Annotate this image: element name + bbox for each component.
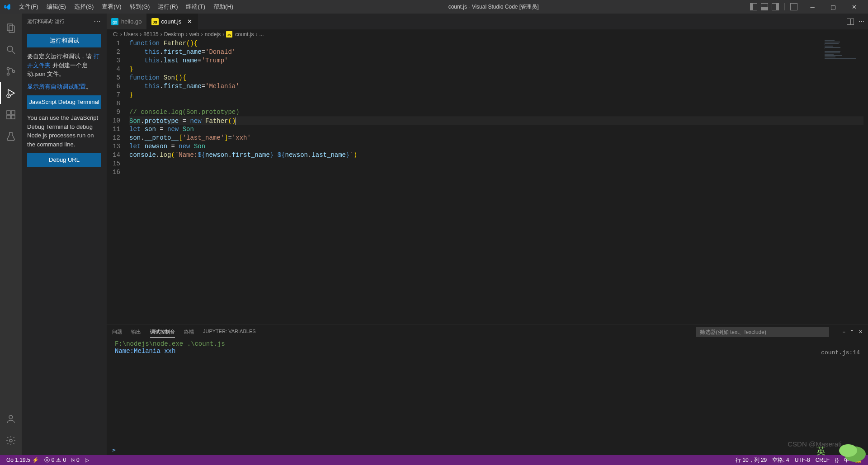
code-line[interactable]: son.__proto__['last_name']='xxh'	[129, 134, 863, 142]
breadcrumb-item[interactable]: count.js	[235, 31, 254, 38]
breadcrumb-item[interactable]: Desktop	[164, 31, 184, 38]
breadcrumbs[interactable]: C:›Users›86135›Desktop›web›nodejs›JScoun…	[107, 29, 868, 39]
panel-tab[interactable]: 问题	[112, 327, 122, 338]
warning-count: 0	[63, 457, 66, 463]
code-line[interactable]: let newson = new Son	[129, 142, 863, 151]
line-gutter: 12345678910111213141516	[107, 39, 129, 324]
panel-settings-icon[interactable]: ≡	[843, 329, 845, 335]
customize-layout-icon[interactable]	[790, 3, 797, 10]
titlebar: 文件(F)编辑(E)选择(S)查看(V)转到(G)运行(R)终端(T)帮助(H)…	[0, 0, 868, 14]
editor-pane[interactable]: 12345678910111213141516 function Father(…	[107, 39, 868, 324]
layout-panel-left-icon[interactable]	[750, 3, 757, 10]
layout-panel-bottom-icon[interactable]	[761, 3, 768, 10]
code-line[interactable]: function Son(){	[129, 74, 863, 82]
minimize-button[interactable]: ─	[802, 0, 823, 14]
menubar-item[interactable]: 文件(F)	[15, 1, 42, 13]
line-number: 1	[107, 39, 120, 48]
status-eol[interactable]: CRLF	[813, 457, 832, 463]
panel-tab[interactable]: 输出	[131, 327, 141, 338]
show-all-configs-link[interactable]: 显示所有自动调试配置	[27, 83, 86, 90]
activitybar-search[interactable]	[0, 39, 22, 61]
svg-point-5	[7, 73, 9, 75]
code-line[interactable]	[129, 160, 863, 168]
activitybar-run-debug[interactable]	[0, 82, 22, 104]
panel-close-icon[interactable]: ✕	[859, 329, 863, 335]
console-source-location[interactable]: count.js:14	[821, 349, 860, 356]
code-line[interactable]: function Father(){	[129, 39, 863, 48]
status-notifications[interactable]: 🔔	[852, 457, 864, 463]
status-language-mode[interactable]: {}	[832, 457, 841, 463]
menubar-item[interactable]: 帮助(H)	[210, 1, 237, 13]
code-line[interactable]	[129, 168, 863, 177]
run-and-debug-button[interactable]: 运行和调试	[27, 34, 101, 47]
code-line[interactable]: console.log(`Name:${newson.first_name} $…	[129, 151, 863, 160]
show-config-row: 显示所有自动调试配置。	[27, 82, 101, 91]
code-line[interactable]: this.last_name='Trump'	[129, 56, 863, 65]
js-debug-terminal-button[interactable]: JavaScript Debug Terminal	[27, 95, 101, 109]
split-editor-icon[interactable]	[847, 19, 854, 25]
maximize-button[interactable]: ▢	[823, 0, 844, 14]
code-line[interactable]: let son = new Son	[129, 125, 863, 134]
status-indentation[interactable]: 空格: 4	[769, 456, 792, 464]
code-line[interactable]: this.first_name='Donald'	[129, 48, 863, 56]
activitybar-extensions[interactable]	[0, 104, 22, 126]
menubar-item[interactable]: 查看(V)	[98, 1, 125, 13]
js-debug-help-text: You can use the JavaScript Debug Termina…	[27, 113, 101, 149]
status-go-version[interactable]: Go 1.19.5 ⚡	[4, 457, 42, 463]
activitybar-explorer[interactable]	[0, 17, 22, 39]
code-area[interactable]: function Father(){ this.first_name='Dona…	[129, 39, 868, 324]
activitybar-test[interactable]	[0, 126, 22, 147]
code-line[interactable]: }	[129, 91, 863, 99]
code-line[interactable]: Son.prototype = new Father()	[129, 117, 863, 125]
status-ime[interactable]: 中	[841, 456, 852, 464]
close-icon[interactable]: ✕	[186, 18, 193, 25]
activitybar-accounts[interactable]	[0, 408, 22, 430]
menubar-item[interactable]: 终端(T)	[182, 1, 209, 13]
status-problems[interactable]: ⓧ0 ⚠0	[42, 456, 69, 464]
more-icon[interactable]: ⋯	[94, 17, 101, 26]
status-ports[interactable]: ⎘0	[69, 457, 82, 463]
menubar-item[interactable]: 选择(S)	[71, 1, 97, 13]
console-filter-input[interactable]	[696, 327, 829, 337]
menubar-item[interactable]: 运行(R)	[154, 1, 181, 13]
debug-console-body[interactable]: F:\nodejs\node.exe .\count.js Name:Melan…	[107, 339, 868, 444]
code-line[interactable]: }	[129, 65, 863, 74]
panel-tabs: 问题输出调试控制台终端JUPYTER: VARIABLES ≡ ⌃ ✕	[107, 324, 868, 339]
menubar-item[interactable]: 转到(G)	[126, 1, 154, 13]
breadcrumb-item[interactable]: C:	[113, 31, 118, 38]
breadcrumb-item[interactable]: nodejs	[205, 31, 221, 38]
breadcrumb-item[interactable]: web	[189, 31, 199, 38]
menubar-item[interactable]: 编辑(E)	[43, 1, 70, 13]
ports-icon: ⎘	[71, 457, 75, 463]
code-line[interactable]: // console.log(Son.prototype)	[129, 108, 863, 117]
close-button[interactable]: ✕	[844, 0, 864, 14]
sidebar-run-debug: 运行和调试: 运行 ⋯ 运行和调试 要自定义运行和调试，请 打开文件夹 并创建一…	[22, 14, 107, 455]
chevron-right-icon: ›	[201, 31, 203, 38]
console-output-command: F:\nodejs\node.exe .\count.js	[115, 340, 860, 348]
more-actions-icon[interactable]: ⋯	[859, 18, 864, 25]
breadcrumb-item[interactable]: Users	[124, 31, 138, 38]
code-line[interactable]	[129, 99, 863, 108]
breadcrumb-item[interactable]: 86135	[143, 31, 158, 38]
editor-tab[interactable]: JScount.js✕	[147, 14, 198, 29]
status-cursor-position[interactable]: 行 10，列 29	[733, 456, 769, 464]
activitybar-scm[interactable]	[0, 61, 22, 82]
panel-tab[interactable]: JUPYTER: VARIABLES	[203, 327, 256, 338]
editor-tab[interactable]: gohello.go	[107, 14, 147, 29]
panel-tab[interactable]: 终端	[184, 327, 194, 338]
debug-url-button[interactable]: Debug URL	[27, 153, 101, 167]
tab-label: hello.go	[121, 18, 142, 25]
activitybar-settings[interactable]	[0, 430, 22, 451]
panel-tab[interactable]: 调试控制台	[150, 327, 175, 338]
editor-region: gohello.goJScount.js✕ ⋯ C:›Users›86135›D…	[107, 14, 868, 455]
status-debug-target[interactable]: ▷	[82, 457, 92, 463]
panel-collapse-icon[interactable]: ⌃	[850, 329, 854, 335]
breadcrumb-item[interactable]: ...	[259, 31, 264, 38]
code-line[interactable]: this.first_name='Melania'	[129, 82, 863, 91]
status-encoding[interactable]: UTF-8	[792, 457, 813, 463]
console-input-row[interactable]: >	[107, 444, 868, 455]
line-number: 6	[107, 82, 120, 91]
line-number: 3	[107, 56, 120, 65]
layout-panel-right-icon[interactable]	[772, 3, 779, 10]
activitybar	[0, 14, 22, 455]
